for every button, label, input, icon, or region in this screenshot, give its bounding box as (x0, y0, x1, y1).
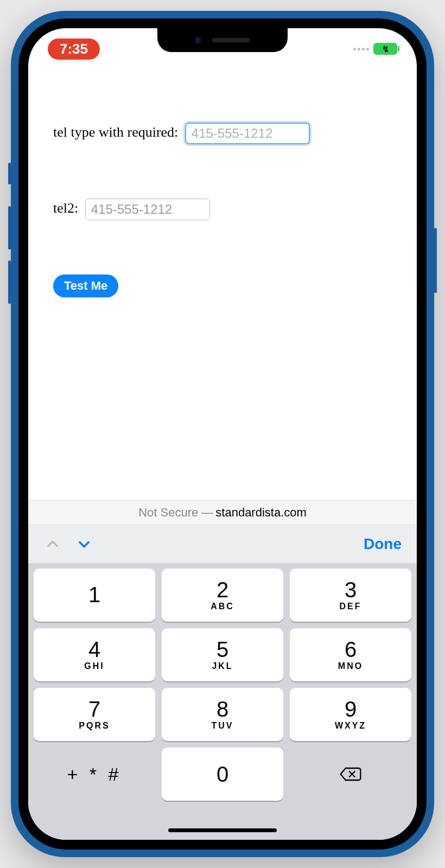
tel2-input[interactable] (85, 199, 210, 220)
url-domain: standardista.com (215, 506, 307, 520)
test-me-button[interactable]: Test Me (53, 275, 118, 297)
key-0[interactable]: 0 (162, 748, 283, 801)
key-9[interactable]: 9WXYZ (290, 688, 411, 741)
tel1-label: tel type with required: (53, 124, 182, 140)
battery-charging-icon: ↯ (373, 43, 397, 55)
key-4[interactable]: 4GHI (34, 628, 155, 681)
key-1[interactable]: 1 (34, 569, 155, 622)
tel1-input[interactable] (185, 123, 310, 144)
key-5[interactable]: 5JKL (162, 628, 283, 681)
status-time-recording[interactable]: 7:35 (48, 39, 100, 60)
tel2-label: tel2: (53, 200, 82, 216)
url-security-label: Not Secure — (138, 506, 213, 520)
key-delete[interactable] (290, 748, 411, 801)
device-notch (157, 28, 288, 52)
next-field-button[interactable] (75, 535, 93, 553)
key-symbols[interactable]: + * # (34, 748, 155, 801)
key-8[interactable]: 8TUV (162, 688, 283, 741)
prev-field-button (43, 535, 62, 553)
home-indicator[interactable] (168, 828, 277, 832)
phone-device: 7:35 ↯ tel type with required: tel2: Tes… (11, 11, 434, 857)
backspace-icon (339, 762, 363, 786)
cellular-dots-icon (353, 48, 369, 50)
browser-url-bar[interactable]: Not Secure — standardista.com (28, 500, 417, 525)
keyboard-done-button[interactable]: Done (364, 535, 402, 553)
key-3[interactable]: 3DEF (290, 569, 411, 622)
key-2[interactable]: 2ABC (162, 569, 283, 622)
key-6[interactable]: 6MNO (290, 628, 411, 681)
keyboard-accessory-bar: Done (28, 525, 417, 563)
page-content: tel type with required: tel2: Test Me (28, 63, 417, 500)
key-7[interactable]: 7PQRS (34, 688, 155, 741)
numeric-keypad: 1 2ABC 3DEF 4GHI 5JKL 6MNO 7PQRS 8TUV 9W… (28, 563, 417, 840)
